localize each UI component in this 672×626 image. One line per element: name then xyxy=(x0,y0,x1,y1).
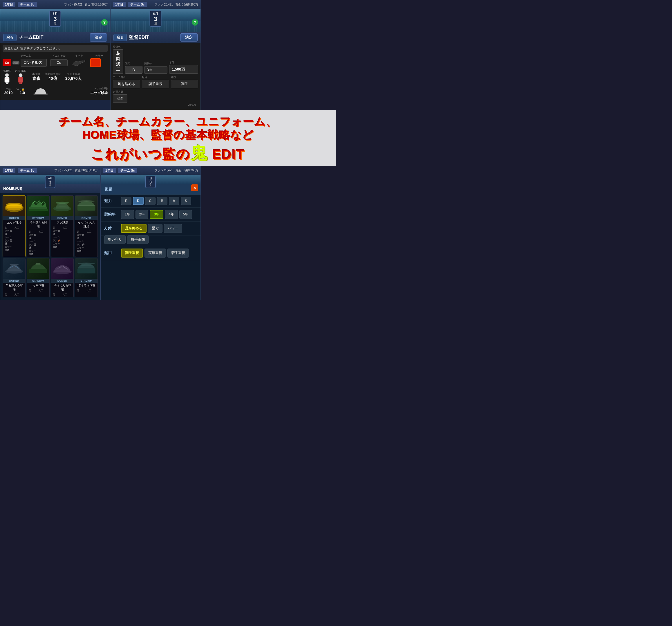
charm-b-btn[interactable]: B xyxy=(157,197,167,205)
stadium-card-nandeyanen[interactable]: DOMED なんでやねん球場 芝 人工 疲労 普通 ホームラン 少 xyxy=(75,195,98,257)
money-value: 38億8,260万 xyxy=(91,3,107,6)
svg-rect-27 xyxy=(29,269,47,273)
salary-field[interactable]: 1,500万 xyxy=(169,65,198,74)
decide-button-right[interactable]: 決定 xyxy=(180,33,198,42)
bottom-game-screens: 1年目 チーム Sc ファン 25,421 資金 38億8,260万 6月 3 … xyxy=(0,166,201,300)
manager-edit-screen: 1年目 チーム Sc ファン 25,421 資金 38億8,260万 6月 3 … xyxy=(110,0,201,110)
contract-5-btn[interactable]: 5年 xyxy=(179,210,192,219)
kaki-stadium-svg xyxy=(28,260,48,276)
strategy-option-buttons-2: 堅い守り 投手王国 xyxy=(104,235,197,244)
charm-option-row: 魅力 E D C B A S xyxy=(101,194,200,208)
svg-point-20 xyxy=(55,202,69,204)
stadium-card-minato[interactable]: STADIUM 港が見える球場 芝 人工 疲労 普通 ホームラン 普通 xyxy=(27,195,50,257)
walk-field[interactable]: 安全 xyxy=(113,94,127,103)
type-badge-bousou: STADIUM xyxy=(75,279,97,283)
type-badge-nandeyanen: DOMED xyxy=(75,216,97,220)
contract-field[interactable]: 3 年 xyxy=(144,66,167,74)
strategy-power-btn[interactable]: パワー xyxy=(164,224,182,233)
manager-name-label: 監督名 xyxy=(113,45,123,49)
svg-point-1 xyxy=(5,73,9,77)
decide-button[interactable]: 決定 xyxy=(90,33,107,42)
strategy-toshu-btn[interactable]: 投手王国 xyxy=(127,235,148,244)
charm-a-btn[interactable]: A xyxy=(169,197,179,205)
type-badge-yuuenchi: DOMED xyxy=(51,279,73,283)
svg-rect-8 xyxy=(18,78,23,78)
strategy-katai-btn[interactable]: 堅い守り xyxy=(104,235,126,244)
strategy-tsunagu-btn[interactable]: 繋ぐ xyxy=(148,224,163,233)
strategy-option-row-2: 堅い守り 投手王国 xyxy=(101,235,200,246)
visitor-uniform-icon[interactable] xyxy=(17,73,25,84)
name-nandeyanen: なんでやねん球場 xyxy=(75,220,97,229)
stadium-card-hitsuji[interactable]: DOMED 羊も凍える球場 芝 人工 xyxy=(3,258,26,297)
stadium-card-bousou[interactable]: STADIUM ぼうそう球場 芝 人工 xyxy=(75,258,98,297)
tag-label: Tag xyxy=(3,88,14,91)
date-badge: 6月 3 週 xyxy=(49,10,61,27)
contract-option-buttons: 1年 2年 3年 4年 5年 xyxy=(121,210,192,219)
direction-field[interactable]: 足を絡める xyxy=(113,80,140,88)
stats-fugu: 芝 人工 疲労 普通 ホームラン 多 エラー 普通 xyxy=(51,225,73,249)
usage-jisseki-btn[interactable]: 実績重視 xyxy=(144,249,166,258)
close-panel-button[interactable]: × xyxy=(191,184,198,191)
nandeyanen-stadium-svg xyxy=(76,198,96,214)
date-month: 6月 xyxy=(52,11,57,16)
stadium-card-fugu[interactable]: DOMED フグ球場 芝 人工 疲労 普通 ホームラン 多 xyxy=(51,195,74,257)
color-swatch[interactable] xyxy=(90,59,101,67)
contract-2-btn[interactable]: 2年 xyxy=(136,210,148,219)
charm-field[interactable]: D xyxy=(125,66,142,74)
contract-3-btn[interactable]: 3年 xyxy=(150,210,163,219)
contract-4-btn[interactable]: 4年 xyxy=(165,210,178,219)
egg-stadium-svg xyxy=(4,198,24,214)
stadium-card-kaki[interactable]: STADIUM カキ球場 芝 人工 xyxy=(27,258,50,297)
year-tag: 2019 xyxy=(13,61,20,65)
back-button[interactable]: 戻る xyxy=(3,34,17,41)
strategy-option-buttons: 足を絡める 繋ぐ パワー xyxy=(121,224,182,233)
fans-value: 25,421 xyxy=(73,3,82,6)
stadium-card-egg[interactable]: DOMED エッグ球場 芝 人工 疲労 普通 ホームラン 普通 xyxy=(3,195,26,257)
edit-title: チームEDIT xyxy=(19,34,87,41)
stadium-img-nandeyanen xyxy=(75,196,97,216)
charm-e-btn[interactable]: E xyxy=(121,197,131,205)
contract-option-row: 契約年 1年 2年 3年 4年 5年 xyxy=(101,208,200,222)
svg-rect-22 xyxy=(77,206,95,211)
svg-rect-21 xyxy=(59,206,66,206)
help-button[interactable]: ? xyxy=(101,19,107,26)
svg-point-26 xyxy=(9,264,19,266)
team-name-field[interactable]: コンドルズ xyxy=(21,59,47,67)
date-month-right: 6月 xyxy=(153,11,158,16)
direction-col-label: チーム方針 xyxy=(113,75,140,79)
name-yuuenchi: ゆうえんち球場 xyxy=(51,283,73,292)
stadium-card-yuuenchi[interactable]: DOMED ゆうえんち球場 芝 人工 xyxy=(51,258,74,297)
help-button-right[interactable]: ? xyxy=(192,19,198,26)
stadium-img-kaki xyxy=(27,258,49,279)
tag-value: 2019 xyxy=(3,91,14,95)
date-week: 週 xyxy=(52,22,57,26)
stadium-img-bousou xyxy=(75,258,97,279)
svg-rect-18 xyxy=(28,209,48,211)
home-stadium-label: HOME球場 xyxy=(51,87,107,91)
team-logo[interactable]: Co xyxy=(3,59,11,66)
charm-d-btn[interactable]: D xyxy=(133,197,144,205)
manager-options-panel: 1年目 チーム Sc ファン 25,421 資金 38億8,260万 6月 3 … xyxy=(100,166,201,300)
relief-field[interactable]: 調子 xyxy=(171,80,198,88)
color-col-header: カラー xyxy=(90,54,107,58)
stats-bousou: 芝 人工 xyxy=(75,288,97,293)
stadium-img-yuuenchi xyxy=(51,258,73,279)
stadium-name-value[interactable]: エッグ球場 xyxy=(51,91,107,95)
minato-stadium-svg xyxy=(28,198,48,214)
back-button-right[interactable]: 戻る xyxy=(114,34,127,41)
svg-rect-9 xyxy=(20,83,21,84)
usage-field[interactable]: 調子重視 xyxy=(142,80,169,88)
usage-wakatejuu-btn[interactable]: 若手重視 xyxy=(167,249,189,258)
charm-s-btn[interactable]: S xyxy=(181,197,191,205)
type-badge-kaki: STADIUM xyxy=(27,279,49,283)
initial-field[interactable]: Co xyxy=(50,59,68,66)
manager-name-field[interactable]: 花岡滉二 xyxy=(113,49,123,74)
home-uniform-icon[interactable] xyxy=(3,73,11,84)
usage-choushi-btn[interactable]: 調子重視 xyxy=(121,249,143,258)
chara-col-header: キャラ xyxy=(69,54,89,58)
contract-1-btn[interactable]: 1年 xyxy=(121,210,134,219)
strategy-ashi-btn[interactable]: 足を絡める xyxy=(121,224,146,233)
charm-c-btn[interactable]: C xyxy=(145,197,155,205)
year-badge-right: 1年目 xyxy=(113,2,126,7)
home-label: HOME xyxy=(3,69,11,73)
